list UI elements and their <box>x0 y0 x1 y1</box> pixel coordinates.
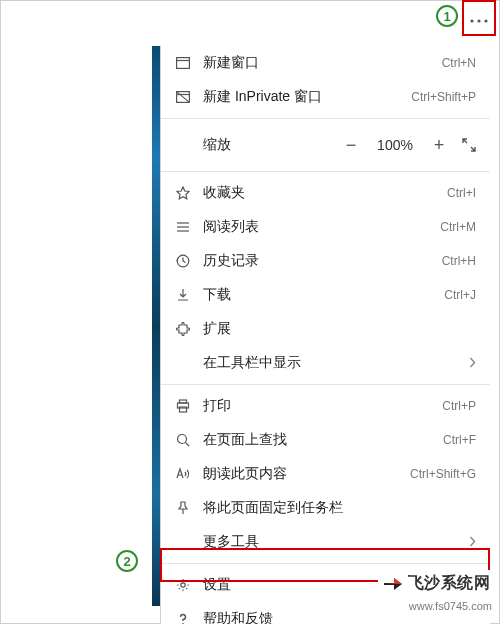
callout-badge-2: 2 <box>116 550 138 572</box>
menu-item-read-aloud[interactable]: 朗读此页内容 Ctrl+Shift+G <box>161 457 490 491</box>
print-icon <box>173 399 193 413</box>
settings-menu: 新建窗口 Ctrl+N 新建 InPrivate 窗口 Ctrl+Shift+P… <box>160 46 490 624</box>
svg-line-6 <box>177 92 190 103</box>
zoom-controls: − 100% + <box>342 135 476 156</box>
menu-label: 打印 <box>203 397 442 415</box>
help-icon <box>173 612 193 624</box>
menu-separator <box>161 384 490 385</box>
menu-item-find[interactable]: 在页面上查找 Ctrl+F <box>161 423 490 457</box>
gear-icon <box>173 578 193 592</box>
reading-list-icon <box>173 221 193 233</box>
menu-item-new-window[interactable]: 新建窗口 Ctrl+N <box>161 46 490 80</box>
pin-icon <box>173 501 193 515</box>
svg-point-2 <box>484 19 487 22</box>
watermark-url: www.fs0745.com <box>409 600 492 612</box>
menu-item-more-tools[interactable]: 更多工具 <box>161 525 490 559</box>
callout-badge-1: 1 <box>436 5 458 27</box>
svg-point-17 <box>181 583 185 587</box>
menu-label: 历史记录 <box>203 252 442 270</box>
menu-shortcut: Ctrl+N <box>442 56 476 70</box>
zoom-in-button[interactable]: + <box>430 135 448 156</box>
menu-label: 更多工具 <box>203 533 469 551</box>
menu-item-history[interactable]: 历史记录 Ctrl+H <box>161 244 490 278</box>
menu-shortcut: Ctrl+J <box>444 288 476 302</box>
menu-label: 朗读此页内容 <box>203 465 410 483</box>
menu-item-favorites[interactable]: 收藏夹 Ctrl+I <box>161 176 490 210</box>
zoom-percent: 100% <box>374 137 416 153</box>
watermark-logo: 飞沙系统网 <box>378 570 495 596</box>
menu-separator <box>161 171 490 172</box>
menu-item-downloads[interactable]: 下载 Ctrl+J <box>161 278 490 312</box>
chevron-right-icon <box>469 355 476 371</box>
star-icon <box>173 186 193 200</box>
zoom-out-button[interactable]: − <box>342 135 360 156</box>
menu-label: 收藏夹 <box>203 184 447 202</box>
menu-label: 新建 InPrivate 窗口 <box>203 88 411 106</box>
menu-shortcut: Ctrl+I <box>447 186 476 200</box>
menu-item-show-in-toolbar[interactable]: 在工具栏中显示 <box>161 346 490 380</box>
menu-item-zoom: 缩放 − 100% + <box>161 123 490 167</box>
menu-item-print[interactable]: 打印 Ctrl+P <box>161 389 490 423</box>
read-aloud-icon <box>173 467 193 481</box>
menu-item-extensions[interactable]: 扩展 <box>161 312 490 346</box>
zoom-label: 缩放 <box>203 136 342 154</box>
menu-label: 阅读列表 <box>203 218 440 236</box>
menu-shortcut: Ctrl+Shift+P <box>411 90 476 104</box>
menu-label: 下载 <box>203 286 444 304</box>
download-icon <box>173 288 193 302</box>
menu-item-reading-list[interactable]: 阅读列表 Ctrl+M <box>161 210 490 244</box>
menu-shortcut: Ctrl+Shift+G <box>410 467 476 481</box>
menu-item-pin-taskbar[interactable]: 将此页面固定到任务栏 <box>161 491 490 525</box>
menu-shortcut: Ctrl+P <box>442 399 476 413</box>
menu-label: 在工具栏中显示 <box>203 354 469 372</box>
menu-label: 新建窗口 <box>203 54 442 72</box>
menu-shortcut: Ctrl+F <box>443 433 476 447</box>
menu-item-new-inprivate[interactable]: 新建 InPrivate 窗口 Ctrl+Shift+P <box>161 80 490 114</box>
svg-point-0 <box>470 19 473 22</box>
svg-line-16 <box>185 442 189 446</box>
menu-label: 在页面上查找 <box>203 431 443 449</box>
inprivate-icon <box>173 91 193 103</box>
menu-separator <box>161 563 490 564</box>
svg-point-1 <box>477 19 480 22</box>
menu-label: 扩展 <box>203 320 476 338</box>
menu-shortcut: Ctrl+M <box>440 220 476 234</box>
menu-label: 将此页面固定到任务栏 <box>203 499 476 517</box>
svg-rect-3 <box>177 58 190 69</box>
menu-separator <box>161 118 490 119</box>
ellipsis-icon <box>470 10 488 26</box>
more-options-button[interactable] <box>462 0 496 36</box>
search-icon <box>173 433 193 447</box>
svg-point-15 <box>178 435 187 444</box>
extensions-icon <box>173 322 193 336</box>
chevron-right-icon <box>469 534 476 550</box>
menu-label: 帮助和反馈 <box>203 610 476 624</box>
arrow-logo-icon <box>382 572 404 594</box>
history-icon <box>173 254 193 268</box>
menu-shortcut: Ctrl+H <box>442 254 476 268</box>
fullscreen-button[interactable] <box>462 138 476 152</box>
watermark-brand: 飞沙系统网 <box>408 573 491 594</box>
window-icon <box>173 57 193 69</box>
